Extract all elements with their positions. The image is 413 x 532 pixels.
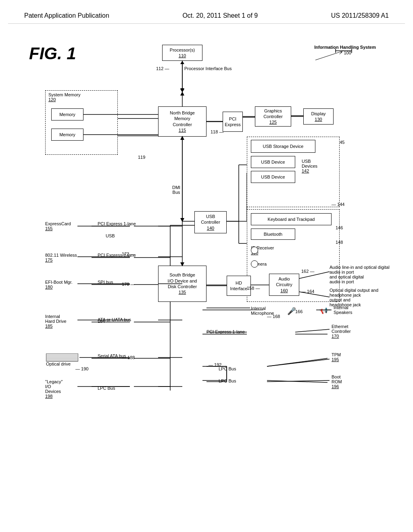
processor-label: Processor(s) [170,47,195,53]
ref-119: 119 [138,155,145,160]
tpm-label: TPM 195 [332,352,341,362]
optical-drive-icon [46,353,78,362]
pci-express-box: PCI Express [223,112,243,132]
svg-line-77 [295,329,330,332]
wireless-label: 802.11 Wireless 175 [45,253,77,262]
svg-marker-49 [180,89,184,92]
internal-hdd-label: Internal Hard Drive 185 [45,314,67,328]
north-bridge-number: 115 [170,127,195,133]
efi-boot-label: EFI-Boot Mgr. 180 [45,280,73,289]
processor-number: 110 [170,53,195,58]
ref-164: — 164 [301,289,314,294]
dmi-bus-label: DMI Bus [172,185,180,195]
memory2-box: Memory [51,129,83,141]
ref-146: 146 [336,225,343,230]
system-memory-label: System Memory 120 [48,92,80,102]
svg-line-81 [267,359,330,366]
ref-144: — 144 [332,202,344,207]
pci-1lane-top-label: PCI Express 1-lane [98,221,136,226]
diagram: FIG. 1 Information Handling System ↗ 100… [13,28,400,511]
expresscard-label: ExpressCard 155 [45,221,71,231]
svg-line-39 [267,380,327,382]
ref-190: — 190 [75,366,88,371]
optical-drive-label: Optical drive [46,362,71,366]
usb-storage-box: USB Storage Device [251,140,315,153]
ir-receiver-icon [251,247,258,254]
pci-1lane-bot-label: PCI Express 1-lane [206,329,245,334]
page: Patent Application Publication Oct. 20, … [0,0,413,532]
svg-marker-1 [180,88,184,92]
boot-rom-label: Boot ROM 196 [332,374,342,389]
page-header: Patent Application Publication Oct. 20, … [8,8,405,24]
bluetooth-box: Bluetooth [251,229,295,240]
header-date-sheet: Oct. 20, 2011 Sheet 1 of 9 [182,12,258,19]
lpc-bus-bot-label: LPC Bus [219,378,236,383]
usb-bus-label: USB [106,233,115,238]
header-patent-number: US 2011/258309 A1 [331,12,389,19]
ref-118: 118 — [211,129,223,134]
proc-interface-bus-number: 112 — [156,66,169,71]
graphics-controller-box: Graphics Controller 125 [255,106,291,127]
usb-controller-box: USB Controller 140 [194,211,227,233]
camera-area: Camera [251,262,267,266]
svg-line-82 [267,380,330,382]
microphone-icon: 🎤 [287,307,296,316]
svg-marker-6 [180,91,184,96]
svg-marker-50 [180,61,184,64]
lpc-bus-top-label: LPC Bus [219,366,236,371]
ref-166: 166 [295,309,302,314]
ir-receiver-area: IR Receiver 150 [251,245,274,255]
speaker-icon: 📢 [320,307,328,314]
ethernet-label: Ethernet Controller 170 [332,324,351,339]
processor-box: Processor(s) 110 [162,45,202,61]
north-bridge-label: North Bridge [170,110,195,116]
serial-ata-label: Serial ATA bus [98,353,126,358]
header-publication: Patent Application Publication [24,12,109,19]
optical-output-label: Optical digital output and headphone jac… [330,288,400,307]
audio-circuitry-box: Audio Circuitry 160 [269,274,299,296]
usb-device1-box: USB Device [251,156,295,168]
svg-line-38 [267,358,327,366]
proc-interface-bus-label: Processor Interface Bus [184,66,232,71]
usb-device2-box: USB Device [251,171,295,183]
internal-speakers-label: Internal Speakers [334,305,352,315]
svg-marker-13 [180,218,184,222]
north-bridge-box: North Bridge Memory Controller 115 [158,106,206,137]
system-title-text: Information Handling System [314,45,376,50]
usb-devices-label: USB Devices 142 [302,159,317,173]
ref-162: 162 — [301,269,314,274]
ref-148: 148 [336,240,343,245]
lpc-bus-leg-label: LPC Bus [98,386,115,391]
pci-1lane-mid-label: PCI Express 1-lane [98,253,136,258]
legacy-io-label: "Legacy" I/O Devices 198 [45,379,63,399]
south-bridge-box: South Bridge I/O Device and Disk Control… [158,266,206,302]
system-number: ↗ 100 [314,50,376,56]
ref-168: — 168 [267,314,280,319]
figure-label: FIG. 1 [29,44,76,63]
keyboard-box: Keyboard and Trackpad [251,213,332,225]
spi-bus-label: SPI bus [98,280,113,285]
ata-bus-label: ATA or UATA bus [98,317,131,322]
memory1-box: Memory [51,108,83,121]
system-title: Information Handling System ↗ 100 [314,45,376,56]
ref-178: 178 — [122,282,135,287]
audio-line-label: Audio line-in and optical digital audio … [330,265,400,284]
ref-158: 158 — [247,286,260,291]
display-box: Display 130 [303,108,334,125]
system-number-arrow: ↗ [339,50,344,55]
camera-icon [251,260,258,268]
